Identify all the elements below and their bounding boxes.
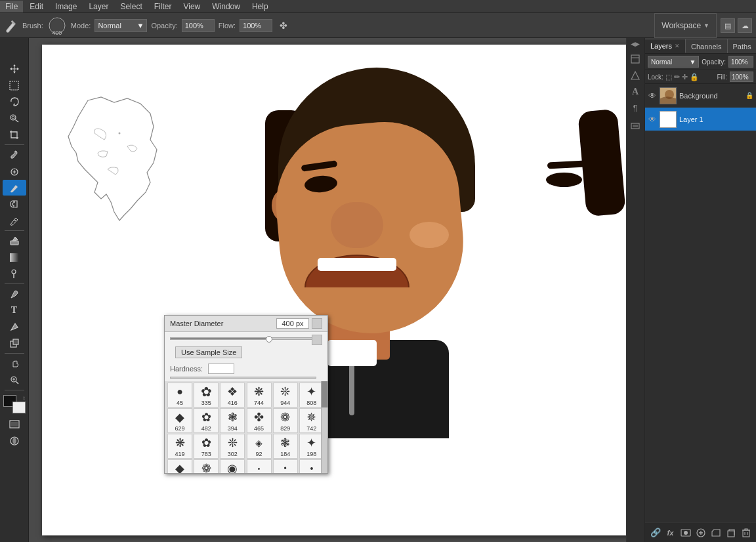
brush-preset-482[interactable]: ✿482 <box>194 408 219 433</box>
workspace-button[interactable]: Workspace ▼ <box>654 13 717 38</box>
panel-options-btn[interactable]: ▤ <box>721 18 735 33</box>
brush-preset-829[interactable]: ❁829 <box>273 408 298 433</box>
menu-help[interactable]: Help <box>247 1 274 12</box>
layer-visibility-layer1[interactable]: 👁 <box>648 115 657 124</box>
brush-preset-416[interactable]: ❖416 <box>220 383 245 407</box>
mode-dropdown[interactable]: Normal ▼ <box>94 19 147 32</box>
close-layers-tab[interactable]: ✕ <box>675 43 680 49</box>
brush-preset-335[interactable]: ✿335 <box>194 383 219 407</box>
lock-image-btn[interactable]: ✏ <box>674 73 680 81</box>
new-group-btn[interactable] <box>709 526 723 539</box>
new-layer-btn[interactable] <box>724 526 738 539</box>
layer-visibility-background[interactable]: 👁 <box>648 91 657 100</box>
hardness-value-box[interactable] <box>208 364 234 374</box>
crop-tool[interactable] <box>3 127 26 142</box>
brush-preset-431[interactable]: ◆431 <box>167 459 192 473</box>
lasso-tool[interactable] <box>3 94 26 110</box>
add-mask-btn[interactable] <box>679 526 692 539</box>
mini-btn-5[interactable] <box>628 117 642 132</box>
mini-btn-4[interactable]: ¶ <box>628 101 642 115</box>
brush-preset-465[interactable]: ✤465 <box>247 408 272 433</box>
hand-tool[interactable] <box>3 356 26 371</box>
new-adjustment-btn[interactable] <box>694 526 707 539</box>
layer-fx-btn[interactable]: fx <box>664 526 677 539</box>
spot-heal-tool[interactable] <box>3 163 26 179</box>
layer-name-layer1: Layer 1 <box>679 115 753 123</box>
tab-paths[interactable]: Paths <box>728 39 756 53</box>
clone-stamp-tool[interactable] <box>3 196 26 212</box>
layer-item-background[interactable]: 👁 Background 🔒 <box>645 84 756 108</box>
mini-btn-1[interactable] <box>628 52 642 66</box>
eraser-tool[interactable] <box>3 233 26 249</box>
fill-input[interactable]: 100% <box>730 72 753 82</box>
delete-layer-btn[interactable] <box>740 526 753 539</box>
brush-grid-scrollbar[interactable] <box>321 381 327 473</box>
blend-mode-dropdown[interactable]: Normal ▼ <box>648 56 699 68</box>
history-brush-tool[interactable] <box>3 213 26 228</box>
quick-mask-btn[interactable] <box>3 433 26 449</box>
screen-mode-btn[interactable] <box>3 417 26 432</box>
menu-window[interactable]: Window <box>207 1 245 12</box>
diameter-slider-track[interactable] <box>170 337 322 340</box>
menu-filter[interactable]: Filter <box>149 1 177 12</box>
brush-preset-394[interactable]: ❃394 <box>220 408 245 433</box>
hardness-label: Hardness: <box>170 365 203 373</box>
color-swatch[interactable]: ↕ <box>3 395 26 413</box>
type-tool[interactable]: T <box>3 302 26 318</box>
diameter-value-display: 400 px <box>276 318 309 329</box>
brush-preset-302[interactable]: ❊302 <box>220 434 245 459</box>
diameter-arrow-btn[interactable]: ▶ <box>312 318 322 329</box>
link-layers-btn[interactable]: 🔗 <box>649 526 662 539</box>
tab-layers[interactable]: Layers ✕ <box>645 39 686 53</box>
dodge-tool[interactable] <box>3 266 26 281</box>
move-tool[interactable] <box>3 61 26 77</box>
menu-bar: File Edit Image Layer Select Filter View… <box>0 0 756 13</box>
expand-btn[interactable]: ◱ <box>312 335 322 345</box>
brush-popup-header: Master Diameter 400 px ▶ <box>165 316 327 332</box>
opacity-value[interactable]: 100% <box>182 19 215 32</box>
menu-file[interactable]: File <box>0 1 23 12</box>
zoom-tool[interactable] <box>3 372 26 388</box>
brush-preset-184[interactable]: ❃184 <box>273 434 298 459</box>
mini-btn-2[interactable] <box>628 68 642 83</box>
brush-preset-45[interactable]: ●45 <box>167 383 192 407</box>
menu-edit[interactable]: Edit <box>24 1 49 12</box>
eyedropper-tool[interactable] <box>3 147 26 163</box>
quick-select-tool[interactable] <box>3 110 26 126</box>
brush-preset-3[interactable]: •3 <box>273 459 298 473</box>
hardness-slider[interactable] <box>170 377 316 379</box>
shape-tool[interactable] <box>3 335 26 351</box>
menu-image[interactable]: Image <box>50 1 82 12</box>
brush-preset-944[interactable]: ❊944 <box>273 383 298 407</box>
brush-tool[interactable] <box>3 180 26 196</box>
brush-preset-419[interactable]: ❋419 <box>167 434 192 459</box>
brush-preset-984[interactable]: ◉984 <box>220 459 245 473</box>
brush-preset-1[interactable]: •1 <box>247 459 272 473</box>
mini-btn-3[interactable]: A <box>628 85 642 99</box>
use-sample-size-btn[interactable]: Use Sample Size <box>175 346 242 358</box>
brush-preset-1000[interactable]: ❁1000 <box>194 459 219 473</box>
lock-transparent-btn[interactable]: ⬚ <box>665 73 672 81</box>
lock-all-btn[interactable]: 🔒 <box>690 73 699 81</box>
flow-value[interactable]: 100% <box>240 19 272 32</box>
tab-channels[interactable]: Channels <box>686 39 727 53</box>
pen-tool[interactable] <box>3 286 26 302</box>
brush-preset-783[interactable]: ✿783 <box>194 434 219 459</box>
menu-layer[interactable]: Layer <box>83 1 114 12</box>
brush-preset-744[interactable]: ❋744 <box>247 383 272 407</box>
brush-preset-629[interactable]: ◆629 <box>167 408 192 433</box>
layer-item-layer1[interactable]: 👁 Layer 1 <box>645 108 756 131</box>
rectangle-select-tool[interactable] <box>3 77 26 93</box>
menu-select[interactable]: Select <box>115 1 147 12</box>
cloud-sync-btn[interactable]: ☁ <box>738 18 752 33</box>
gradient-tool[interactable] <box>3 249 26 265</box>
airbrush-toggle[interactable]: ✤ <box>276 18 291 33</box>
lock-position-btn[interactable]: ✛ <box>682 73 688 81</box>
opacity-input[interactable]: 100% <box>728 56 753 68</box>
menu-view[interactable]: View <box>178 1 205 12</box>
panel-collapse-arrows[interactable]: ◀▶ <box>631 41 640 47</box>
path-select-tool[interactable] <box>3 319 26 335</box>
brush-preset-92[interactable]: ◈92 <box>247 434 272 459</box>
portrait-content <box>42 45 635 535</box>
svg-rect-11 <box>13 339 18 344</box>
